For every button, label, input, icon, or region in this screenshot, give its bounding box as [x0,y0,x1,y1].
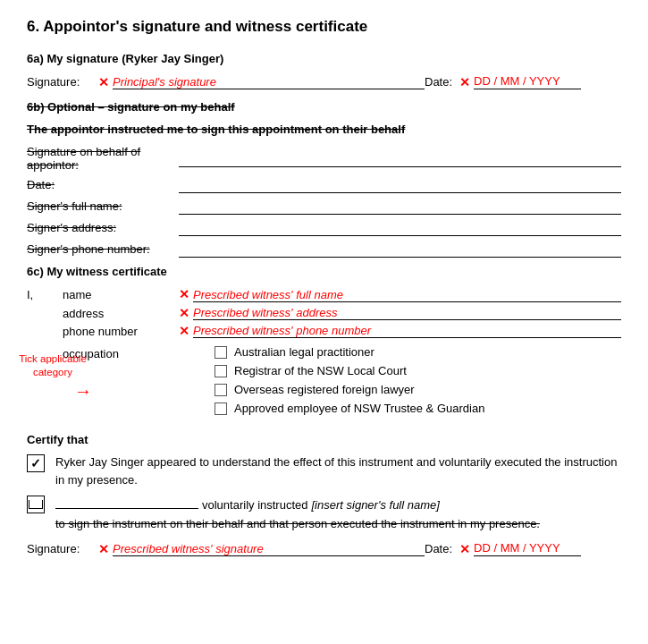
checkbox-overseas[interactable] [215,384,227,396]
red-x-signature-6a: ✕ [98,75,109,89]
witness-name-field[interactable]: Prescribed witness' full name [193,288,621,302]
signature-label-6a: Signature: [27,75,98,89]
red-x-sig-witness: ✕ [98,542,109,556]
arrow-icon: → [13,381,92,402]
phone-label: phone number [63,325,179,338]
checkbox-row-2[interactable]: Registrar of the NSW Local Court [215,364,621,377]
checkbox-label-registrar: Registrar of the NSW Local Court [234,364,407,377]
checkbox-legal[interactable] [215,346,227,359]
tick-applicable-label: Tick applicablecategory [13,352,92,379]
field-label-sig-behalf: Signature on behalf of appointor: [27,145,179,172]
date-label-6a: Date: [425,75,452,89]
section-6b-title: 6b) Optional – signature on my behalf [27,100,621,114]
field-label-date-behalf: Date: [27,178,179,191]
field-address[interactable] [179,220,621,236]
section-6c-title: 6c) My witness certificate [27,265,621,278]
witness-address-field[interactable]: Prescribed witness' address [193,306,621,320]
witness-phone-field[interactable]: Prescribed witness' phone number [193,324,621,338]
signature-field-witness[interactable]: Prescribed witness' signature [113,542,425,556]
red-x-address: ✕ [179,306,189,320]
checkbox-label-overseas: Overseas registered foreign lawyer [234,383,415,396]
field-fullname[interactable] [179,199,621,215]
field-date-behalf[interactable] [179,177,621,193]
red-x-name: ✕ [179,287,189,301]
red-x-phone: ✕ [179,324,189,338]
address-label: address [63,307,179,320]
date-label-witness: Date: [425,542,452,555]
occupation-checkboxes: Australian legal practitioner Registrar … [215,345,621,420]
field-sig-behalf[interactable] [179,151,621,167]
i-label: I, [27,288,63,301]
certify-text-1: Ryker Jay Singer appeared to understand … [55,453,621,488]
section-title: 6. Appointor's signature and witness cer… [27,18,621,36]
checkbox-approved[interactable] [215,402,227,415]
signature-label-witness: Signature: [27,542,98,555]
checkbox-label-approved: Approved employee of NSW Trustee & Guard… [234,402,484,415]
field-label-fullname: Signer's full name: [27,199,179,213]
voluntarily-text: voluntarily instructed [202,498,308,512]
red-x-date-6a: ✕ [459,75,470,89]
certify-text-3: to sign the instrument on their behalf a… [55,517,540,530]
field-label-phone: Signer's phone number: [27,242,179,256]
certify-check-1: ✓ [27,454,45,472]
insert-name-placeholder: [insert signer's full name] [312,498,440,512]
checkbox-row-3[interactable]: Overseas registered foreign lawyer [215,383,621,396]
name-label: name [63,288,179,301]
checkbox-label-legal: Australian legal practitioner [234,345,374,359]
certify-check-2 [27,496,45,513]
section-6b-instruction: The appointor instructed me to sign this… [27,123,621,136]
field-phone[interactable] [179,242,621,258]
checkbox-row-4[interactable]: Approved employee of NSW Trustee & Guard… [215,402,621,415]
checkbox-row-1[interactable]: Australian legal practitioner [215,345,621,359]
date-field-witness[interactable]: DD / MM / YYYY [474,541,581,556]
checkbox-registrar[interactable] [215,365,227,377]
date-field-6a[interactable]: DD / MM / YYYY [474,74,581,89]
section-6a-title: 6a) My signature (Ryker Jay Singer) [27,52,621,65]
signature-field-6a[interactable]: Principal's signature [113,75,425,89]
field-label-address: Signer's address: [27,221,179,234]
insert-name-line[interactable] [55,508,198,509]
red-x-date-witness: ✕ [459,542,470,556]
certify-title: Certify that [27,433,621,446]
